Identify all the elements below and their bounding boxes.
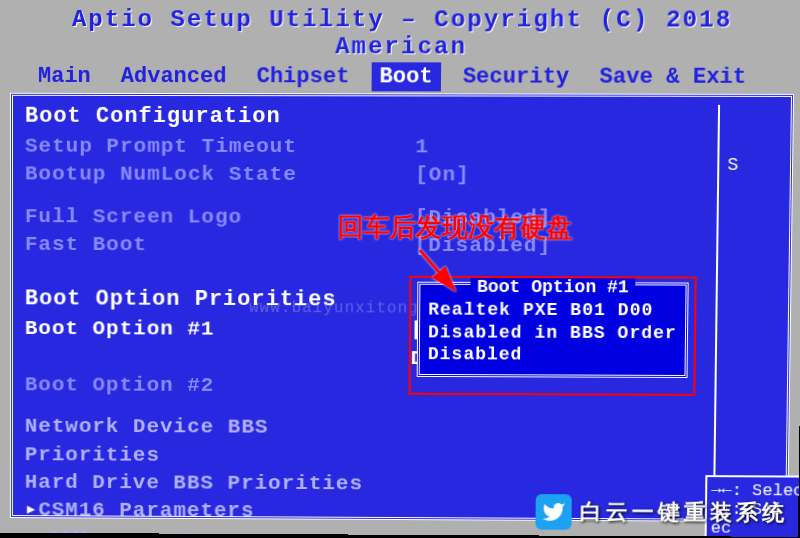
arrow-icon	[409, 245, 470, 310]
watermark: 白云一键重装系统	[535, 494, 788, 531]
menu-main[interactable]: Main	[30, 62, 99, 91]
hdd-bbs-label: Hard Drive BBS Priorities	[25, 469, 413, 499]
popup-option-disabled-bbs[interactable]: Disabled in BBS Order	[428, 321, 677, 344]
menu-chipset[interactable]: Chipset	[249, 62, 358, 91]
popup-option-disabled[interactable]: Disabled	[428, 343, 677, 366]
network-bbs-label: Network Device BBS Priorities	[25, 413, 414, 471]
cursor-icon: ▸	[25, 497, 39, 525]
boot-option-1-label: Boot Option #1	[25, 316, 411, 373]
numlock-value: [On]	[415, 162, 470, 190]
bios-title: Aptio Setup Utility – Copyright (C) 2018…	[10, 6, 795, 61]
menu-boot[interactable]: Boot	[371, 62, 440, 91]
annotation-text: 回车后发现没有硬盘	[338, 210, 573, 245]
menu-save-exit[interactable]: Save & Exit	[591, 63, 754, 92]
bird-icon	[535, 494, 571, 530]
setup-prompt-label: Setup Prompt Timeout	[25, 133, 416, 162]
menu-advanced[interactable]: Advanced	[113, 62, 235, 91]
menu-security[interactable]: Security	[455, 62, 578, 91]
numlock-label: Bootup NumLock State	[25, 161, 415, 190]
watermark-text: 白云一键重装系统	[580, 497, 789, 528]
csm-label: CSM parameters	[25, 525, 413, 537]
setup-prompt-row[interactable]: Setup Prompt Timeout 1	[25, 133, 698, 163]
numlock-row[interactable]: Bootup NumLock State [On]	[25, 161, 697, 191]
boot-config-title: Boot Configuration	[25, 104, 698, 130]
boot-option-2-label: Boot Option #2	[25, 372, 414, 402]
network-bbs-row[interactable]: Network Device BBS Priorities	[25, 413, 694, 472]
menu-bar: Main Advanced Chipset Boot Security Save…	[10, 62, 795, 92]
right-help-col: S	[713, 105, 779, 511]
csm16-label: CSM16 Parameters	[38, 497, 426, 527]
setup-prompt-value: 1	[415, 133, 429, 161]
right-col-hint: S	[727, 155, 778, 175]
svg-line-1	[419, 250, 454, 290]
